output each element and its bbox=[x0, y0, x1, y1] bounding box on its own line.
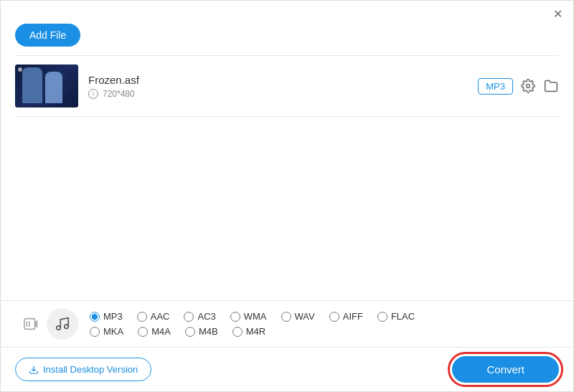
file-info: Frozen.asf i 720*480 bbox=[78, 74, 478, 99]
format-mp3[interactable]: MP3 bbox=[90, 311, 123, 322]
close-button[interactable]: ✕ bbox=[552, 8, 563, 19]
settings-icon[interactable] bbox=[520, 78, 536, 94]
install-label: Install Desktop Version bbox=[43, 364, 138, 375]
format-row-2: MKA M4A M4B M4R bbox=[90, 326, 559, 337]
format-wav[interactable]: WAV bbox=[281, 311, 315, 322]
svg-point-5 bbox=[57, 326, 61, 330]
bottom-bar: ♪ MP3 AAC AC3 WMA bbox=[1, 300, 573, 391]
file-name: Frozen.asf bbox=[88, 74, 478, 86]
format-m4a[interactable]: M4A bbox=[138, 326, 171, 337]
add-file-button[interactable]: Add File bbox=[15, 24, 80, 47]
format-m4r[interactable]: M4R bbox=[232, 326, 265, 337]
format-mka[interactable]: MKA bbox=[90, 326, 123, 337]
info-icon[interactable]: i bbox=[88, 89, 98, 99]
format-aac[interactable]: AAC bbox=[137, 311, 170, 322]
figure2 bbox=[45, 72, 62, 103]
file-resolution: 720*480 bbox=[103, 89, 135, 99]
format-m4b[interactable]: M4B bbox=[185, 326, 218, 337]
file-list: Frozen.asf i 720*480 MP3 bbox=[1, 56, 573, 117]
content-area bbox=[1, 117, 573, 260]
format-options: MP3 AAC AC3 WMA WAV AIFF F bbox=[90, 308, 559, 340]
format-ac3[interactable]: AC3 bbox=[184, 311, 215, 322]
download-icon bbox=[29, 365, 39, 375]
format-flac[interactable]: FLAC bbox=[377, 311, 415, 322]
footer: Install Desktop Version Convert bbox=[1, 348, 573, 391]
format-badge[interactable]: MP3 bbox=[478, 78, 513, 95]
format-row-1: MP3 AAC AC3 WMA WAV AIFF F bbox=[90, 311, 559, 322]
tab-icon-group: ♪ bbox=[15, 308, 78, 340]
svg-point-6 bbox=[65, 325, 69, 329]
convert-button[interactable]: Convert bbox=[452, 356, 559, 383]
folder-icon[interactable] bbox=[543, 78, 559, 94]
tab-video-icon[interactable] bbox=[15, 308, 47, 340]
format-aiff[interactable]: AIFF bbox=[329, 311, 363, 322]
file-item: Frozen.asf i 720*480 MP3 bbox=[15, 56, 559, 117]
tab-audio-icon[interactable]: ♪ bbox=[47, 308, 78, 340]
deco1 bbox=[18, 67, 22, 72]
toolbar: Add File bbox=[1, 24, 573, 55]
svg-point-0 bbox=[527, 85, 530, 88]
install-desktop-button[interactable]: Install Desktop Version bbox=[15, 358, 151, 381]
thumbnail-art bbox=[15, 64, 78, 107]
format-wma[interactable]: WMA bbox=[230, 311, 267, 322]
file-actions: MP3 bbox=[478, 78, 559, 95]
figure1 bbox=[22, 67, 42, 103]
format-tabs: ♪ MP3 AAC AC3 WMA bbox=[1, 301, 573, 348]
title-bar: ✕ bbox=[1, 1, 573, 24]
file-meta: i 720*480 bbox=[88, 89, 478, 99]
file-thumbnail bbox=[15, 64, 78, 107]
